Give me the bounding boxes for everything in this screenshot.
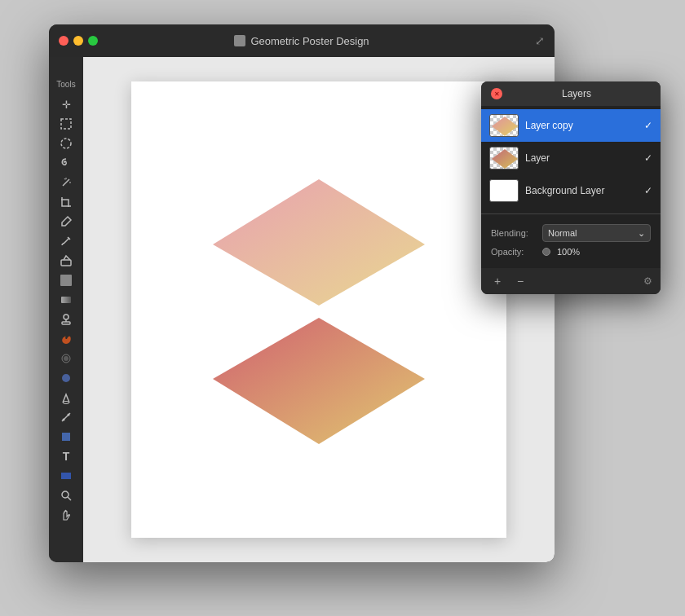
select-rect-tool[interactable]: [55, 115, 77, 133]
opacity-row: Opacity: 100%: [491, 247, 651, 257]
svg-point-10: [64, 315, 68, 319]
move-tool[interactable]: ✛: [55, 95, 77, 113]
brush-tool[interactable]: [55, 232, 77, 250]
layer-thumb-background: [489, 179, 519, 202]
hand-tool[interactable]: [55, 506, 77, 524]
layer-name-layer: Layer: [525, 152, 638, 164]
svg-marker-26: [492, 149, 518, 169]
svg-point-21: [62, 491, 68, 498]
blur-tool[interactable]: [55, 350, 77, 367]
svg-line-5: [64, 178, 65, 180]
shape-tool[interactable]: [55, 428, 77, 446]
rect-shape-tool[interactable]: [55, 467, 77, 485]
layer-item-background[interactable]: Background Layer ✓: [481, 174, 661, 207]
add-layer-button[interactable]: +: [489, 273, 506, 289]
blending-label: Blending:: [491, 228, 536, 238]
close-button[interactable]: [59, 36, 68, 46]
layer-thumb-copy: [489, 114, 519, 137]
layers-settings-button[interactable]: ⚙: [643, 275, 652, 287]
window-title-area: Geometric Poster Design: [234, 35, 369, 47]
toolbar: Tools ✛: [49, 57, 83, 562]
blending-select[interactable]: Normal ⌄: [542, 224, 651, 242]
svg-line-2: [63, 179, 69, 186]
layer-visible-layer[interactable]: ✓: [644, 152, 652, 164]
minimize-button[interactable]: [73, 36, 83, 46]
svg-rect-19: [62, 433, 70, 441]
svg-point-14: [64, 356, 68, 361]
stamp-tool[interactable]: [55, 310, 77, 328]
blending-chevron: ⌄: [638, 228, 645, 239]
layers-list: Layer copy ✓ Layer: [481, 106, 661, 210]
pen-tool[interactable]: [55, 408, 77, 426]
layer-visible-copy[interactable]: ✓: [644, 120, 652, 131]
traffic-lights: [59, 36, 98, 46]
magic-wand-tool[interactable]: [55, 174, 77, 191]
layers-panel: ✕ Layers Lay: [481, 81, 661, 294]
desktop: Geometric Poster Design ⤢ Tools ✛: [0, 0, 685, 616]
svg-line-22: [68, 497, 71, 500]
remove-layer-button[interactable]: −: [512, 273, 528, 289]
eyedropper-tool[interactable]: [55, 213, 77, 231]
opacity-label: Opacity:: [491, 247, 536, 257]
burn-tool[interactable]: [55, 330, 77, 348]
blending-row: Blending: Normal ⌄: [491, 224, 651, 242]
smudge-tool[interactable]: [55, 369, 77, 387]
opacity-dot[interactable]: [542, 248, 550, 256]
layer-thumb-layer: [489, 147, 519, 169]
layers-footer: + − ⚙: [481, 268, 661, 294]
eraser-tool[interactable]: [55, 252, 77, 270]
svg-point-15: [62, 374, 70, 382]
gradient-tool[interactable]: [55, 291, 77, 309]
maximize-button[interactable]: [88, 36, 98, 46]
svg-point-1: [61, 139, 71, 148]
crop-tool[interactable]: [55, 193, 77, 211]
svg-rect-20: [61, 473, 71, 479]
svg-marker-24: [213, 318, 425, 444]
layer-name-copy: Layer copy: [525, 120, 638, 131]
document-icon: [234, 35, 245, 46]
svg-point-16: [63, 402, 69, 404]
svg-rect-8: [60, 275, 72, 286]
canvas-artwork: [188, 155, 449, 464]
text-tool[interactable]: T: [55, 447, 77, 465]
dodge-tool[interactable]: [55, 389, 77, 407]
layers-close-button[interactable]: ✕: [491, 88, 502, 99]
layer-item-copy[interactable]: Layer copy ✓: [481, 109, 661, 142]
select-ellipse-tool[interactable]: [55, 134, 77, 152]
zoom-tool[interactable]: [55, 486, 77, 504]
layers-header: ✕ Layers: [481, 81, 661, 106]
window-title: Geometric Poster Design: [250, 35, 369, 47]
layer-visible-background[interactable]: ✓: [644, 185, 652, 196]
app-body: Tools ✛: [49, 57, 555, 562]
title-bar: Geometric Poster Design ⤢: [49, 24, 555, 57]
lasso-tool[interactable]: [55, 154, 77, 172]
svg-rect-11: [62, 322, 70, 324]
expand-button[interactable]: ⤢: [535, 34, 545, 47]
fill-tool[interactable]: [55, 271, 77, 289]
layers-divider: [481, 213, 661, 214]
svg-marker-25: [492, 117, 518, 136]
layer-item-layer[interactable]: Layer ✓: [481, 142, 661, 174]
toolbar-label: Tools: [56, 80, 75, 89]
app-window: Geometric Poster Design ⤢ Tools ✛: [49, 24, 555, 562]
svg-rect-7: [61, 260, 71, 266]
layers-controls: Blending: Normal ⌄ Opacity: 100%: [481, 218, 661, 268]
svg-marker-23: [213, 179, 425, 306]
svg-rect-9: [61, 297, 71, 303]
svg-rect-0: [61, 119, 71, 129]
svg-point-17: [63, 419, 65, 421]
layers-title: Layers: [502, 88, 651, 99]
opacity-value: 100%: [557, 247, 580, 257]
blending-value: Normal: [548, 228, 577, 238]
svg-point-18: [68, 414, 70, 416]
canvas[interactable]: [131, 81, 506, 538]
layer-name-background: Background Layer: [525, 185, 638, 196]
